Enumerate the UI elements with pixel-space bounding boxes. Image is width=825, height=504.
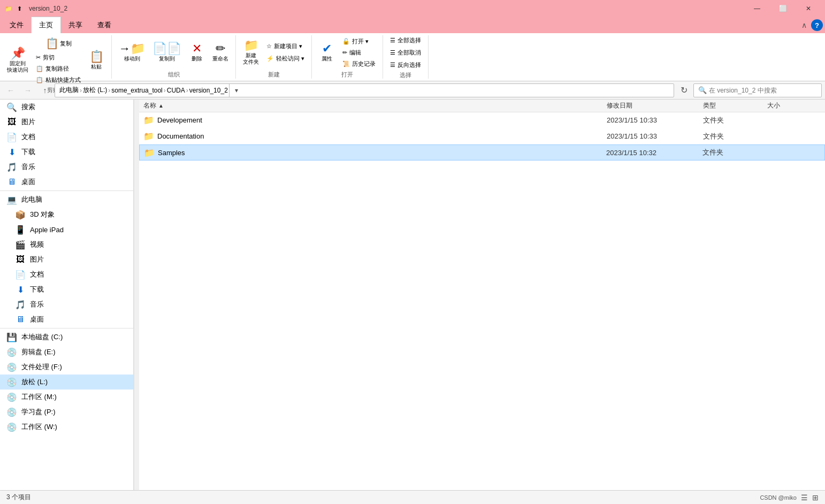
- delete-button[interactable]: ✕ 删除: [186, 41, 208, 64]
- invert-selection-button[interactable]: ☰ 反向选择: [387, 60, 424, 70]
- properties-button[interactable]: ✔ 属性: [316, 41, 338, 64]
- move-icon: →📁: [119, 43, 145, 55]
- copy-button[interactable]: 📋 复制: [33, 35, 83, 51]
- col-header-date[interactable]: 修改日期: [607, 101, 703, 110]
- sidebar-item-downloads[interactable]: ⬇ 下载: [0, 282, 133, 297]
- sidebar-item-drive-l[interactable]: 💿 放松 (L:): [0, 375, 133, 390]
- copy-path-icon: 📋: [36, 65, 43, 72]
- tab-file[interactable]: 文件: [2, 17, 31, 33]
- sidebar-item-drive-e[interactable]: 💿 剪辑盘 (E:): [0, 345, 133, 360]
- sidebar-item-documents-quick[interactable]: 📄 文档: [0, 129, 133, 144]
- close-button[interactable]: ✕: [796, 0, 821, 17]
- open-button[interactable]: 🔓 打开 ▾: [340, 36, 378, 47]
- ribbon-group-new: 📁 新建文件夹 ☆ 新建项目 ▾ ⚡ 轻松访问 ▾ 新建: [236, 35, 312, 79]
- file-area: 名称 ▲ 修改日期 类型 大小 📁 Developement 2023/1/15…: [139, 100, 825, 490]
- sidebar-item-drive-c[interactable]: 💾 本地磁盘 (C:): [0, 330, 133, 345]
- maximize-button[interactable]: ⬜: [770, 0, 795, 17]
- up-button[interactable]: ↑: [37, 83, 52, 98]
- window-title: version_10_2: [29, 5, 742, 12]
- music-quick-icon: 🎵: [6, 162, 17, 172]
- sidebar-item-documents[interactable]: 📄 文档: [0, 267, 133, 282]
- new-item-button[interactable]: ☆ 新建项目 ▾: [264, 41, 307, 51]
- resize-handle[interactable]: [134, 100, 139, 490]
- pictures-icon: 🖼: [15, 255, 26, 264]
- path-drive[interactable]: 放松 (L:): [83, 86, 107, 95]
- file-name-2: Documentation: [157, 132, 607, 140]
- path-tool[interactable]: some_extrua_tool: [111, 87, 162, 94]
- col-header-type[interactable]: 类型: [703, 101, 767, 110]
- sidebar-item-desktop-quick[interactable]: 🖥 桌面: [0, 174, 133, 189]
- sidebar-item-this-pc[interactable]: 💻 此电脑: [0, 192, 133, 207]
- ribbon-content: 📌 固定到快速访问 📋 复制 ✂ 剪切 📋 复制路径 📋 粘贴: [0, 33, 825, 81]
- sidebar-item-apple-ipad[interactable]: 📱 Apple iPad: [0, 222, 133, 237]
- path-version[interactable]: version_10_2: [189, 87, 228, 94]
- col-header-size[interactable]: 大小: [767, 101, 821, 110]
- copy-to-icon: 📄📄: [152, 43, 181, 55]
- new-folder-button[interactable]: 📁 新建文件夹: [240, 38, 262, 67]
- cut-button[interactable]: ✂ 剪切: [33, 52, 83, 63]
- sidebar-item-drive-f[interactable]: 💿 文件处理 (F:): [0, 360, 133, 375]
- easy-access-button[interactable]: ⚡ 轻松访问 ▾: [264, 54, 307, 64]
- organize-group-label: 组织: [168, 71, 180, 79]
- new-item-icon: ☆: [266, 43, 272, 50]
- deselect-all-button[interactable]: ☰ 全部取消: [387, 48, 424, 58]
- tab-home[interactable]: 主页: [31, 17, 61, 33]
- drive-c-icon: 💾: [6, 332, 17, 342]
- sidebar-item-pictures[interactable]: 🖼 图片: [0, 252, 133, 267]
- quick-access-icon: ⬆: [15, 4, 24, 13]
- paste-icon: 📋: [89, 51, 104, 63]
- sort-icon: ▲: [158, 103, 164, 109]
- select-all-button[interactable]: ☰ 全部选择: [387, 35, 424, 45]
- sidebar-item-3d-objects[interactable]: 📦 3D 对象: [0, 207, 133, 222]
- sidebar-item-desktop[interactable]: 🖥 桌面: [0, 312, 133, 327]
- sidebar-item-music[interactable]: 🎵 音乐: [0, 297, 133, 312]
- downloads-icon: ⬇: [15, 285, 26, 295]
- search-input[interactable]: [709, 87, 817, 94]
- history-button[interactable]: 📜 历史记录: [340, 59, 378, 69]
- sidebar-item-pictures-quick[interactable]: 🖼 图片: [0, 114, 133, 129]
- search-box[interactable]: 🔍: [693, 83, 822, 97]
- status-bar: 3 个项目 CSDN @miko ☰ ⊞: [0, 490, 825, 504]
- drive-w-icon: 💿: [6, 422, 17, 432]
- path-cuda[interactable]: CUDA: [167, 87, 185, 94]
- sidebar-item-downloads-quick[interactable]: ⬇ 下载: [0, 144, 133, 159]
- rename-icon: ✏: [216, 43, 225, 55]
- sidebar-item-music-quick[interactable]: 🎵 音乐: [0, 159, 133, 174]
- tab-view[interactable]: 查看: [90, 17, 119, 33]
- tab-share[interactable]: 共享: [61, 17, 90, 33]
- path-dropdown[interactable]: ▾: [229, 83, 244, 97]
- edit-button[interactable]: ✏ 编辑: [340, 48, 378, 58]
- folder-icon-3: 📁: [144, 148, 155, 158]
- path-computer[interactable]: 此电脑: [59, 86, 79, 95]
- copy-to-button[interactable]: 📄📄 复制到: [150, 41, 184, 64]
- sidebar: 🔍 搜索 🖼 图片 📄 文档 ⬇ 下载 🎵 音乐 🖥 桌面 💻 此电脑: [0, 100, 134, 490]
- list-view-icon[interactable]: ☰: [801, 493, 808, 502]
- back-button[interactable]: ←: [3, 83, 18, 98]
- copy-label: 复制: [60, 40, 72, 48]
- sidebar-item-search[interactable]: 🔍 搜索: [0, 100, 133, 114]
- file-list: 📁 Developement 2023/1/15 10:33 文件夹 📁 Doc…: [139, 112, 825, 490]
- ribbon-collapse-icon[interactable]: ∧: [801, 21, 807, 29]
- table-row[interactable]: 📁 Documentation 2023/1/15 10:33 文件夹: [139, 128, 825, 144]
- minimize-button[interactable]: —: [745, 0, 769, 17]
- table-row[interactable]: 📁 Developement 2023/1/15 10:33 文件夹: [139, 112, 825, 128]
- move-to-button[interactable]: →📁 移动到: [116, 41, 148, 64]
- paste-button[interactable]: 📋 粘贴: [86, 49, 107, 72]
- sidebar-item-drive-w[interactable]: 💿 工作区 (W:): [0, 419, 133, 434]
- window-icon: 📁: [4, 4, 13, 13]
- copy-path-button[interactable]: 📋 复制路径: [33, 64, 83, 74]
- file-type-3: 文件夹: [702, 148, 767, 157]
- grid-view-icon[interactable]: ⊞: [812, 493, 819, 502]
- help-button[interactable]: ?: [811, 19, 823, 31]
- sidebar-item-videos[interactable]: 🎬 视频: [0, 237, 133, 252]
- forward-button[interactable]: →: [20, 83, 35, 98]
- sidebar-item-drive-p[interactable]: 💿 学习盘 (P:): [0, 404, 133, 419]
- sidebar-divider-1: [0, 190, 133, 191]
- rename-button[interactable]: ✏ 重命名: [210, 41, 231, 64]
- sidebar-item-drive-m[interactable]: 💿 工作区 (M:): [0, 390, 133, 404]
- table-row[interactable]: 📁 Samples 2023/1/15 10:32 文件夹: [139, 144, 825, 161]
- address-path[interactable]: 此电脑 › 放松 (L:) › some_extrua_tool › CUDA …: [55, 83, 674, 97]
- col-header-name[interactable]: 名称 ▲: [143, 101, 607, 110]
- pin-quick-access-button[interactable]: 📌 固定到快速访问: [4, 46, 31, 75]
- refresh-button[interactable]: ↻: [676, 83, 691, 98]
